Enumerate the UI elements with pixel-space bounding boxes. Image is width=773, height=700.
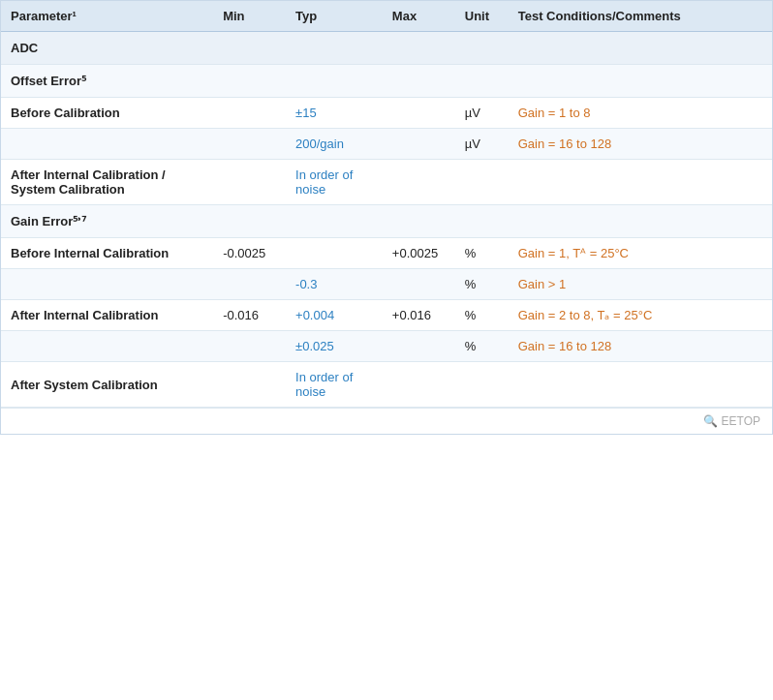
test-cell: Gain = 16 to 128 — [509, 331, 772, 362]
max-cell — [383, 269, 455, 300]
header-test: Test Conditions/Comments — [509, 1, 772, 32]
test-cell: Gain = 16 to 128 — [509, 129, 772, 160]
min-cell — [213, 98, 286, 129]
header-param: Parameter¹ — [1, 1, 213, 32]
header-max: Max — [383, 1, 455, 32]
max-cell — [383, 98, 455, 129]
spec-table-container: Parameter¹ Min Typ Max Unit Test Conditi… — [0, 0, 773, 435]
spec-table: Parameter¹ Min Typ Max Unit Test Conditi… — [1, 1, 772, 408]
max-cell: +0.0025 — [383, 238, 455, 269]
typ-cell: In order of noise — [286, 362, 383, 408]
unit-cell: % — [455, 269, 509, 300]
section-header-cell: Gain Error⁵˒⁷ — [1, 205, 772, 238]
table-row: ADC — [1, 32, 772, 65]
typ-cell: +0.004 — [286, 300, 383, 331]
param-cell: After Internal Calibration — [1, 300, 213, 331]
table-row: 200/gainµVGain = 16 to 128 — [1, 129, 772, 160]
table-row: Gain Error⁵˒⁷ — [1, 205, 772, 238]
min-cell — [213, 331, 286, 362]
test-cell: Gain = 1 to 8 — [509, 98, 772, 129]
table-row: Before Internal Calibration-0.0025+0.002… — [1, 238, 772, 269]
min-cell: -0.0025 — [213, 238, 286, 269]
typ-cell — [286, 238, 383, 269]
param-cell — [1, 331, 213, 362]
min-cell: -0.016 — [213, 300, 286, 331]
typ-cell: 200/gain — [286, 129, 383, 160]
min-cell — [213, 160, 286, 205]
header-min: Min — [213, 1, 286, 32]
max-cell — [383, 362, 455, 408]
min-cell — [213, 362, 286, 408]
param-cell: Before Internal Calibration — [1, 238, 213, 269]
test-cell: Gain = 1, Tᴬ = 25°C — [509, 238, 772, 269]
unit-cell: % — [455, 331, 509, 362]
min-cell — [213, 129, 286, 160]
max-cell: +0.016 — [383, 300, 455, 331]
max-cell — [383, 331, 455, 362]
table-header-row: Parameter¹ Min Typ Max Unit Test Conditi… — [1, 1, 772, 32]
max-cell — [383, 160, 455, 205]
table-row: ±0.025%Gain = 16 to 128 — [1, 331, 772, 362]
param-cell: After System Calibration — [1, 362, 213, 408]
table-row: After System CalibrationIn order of nois… — [1, 362, 772, 408]
unit-cell — [455, 362, 509, 408]
test-cell — [509, 362, 772, 408]
test-cell — [509, 160, 772, 205]
table-row: After Internal Calibration / System Cali… — [1, 160, 772, 205]
param-cell: After Internal Calibration / System Cali… — [1, 160, 213, 205]
header-unit: Unit — [455, 1, 509, 32]
test-cell: Gain > 1 — [509, 269, 772, 300]
unit-cell: µV — [455, 129, 509, 160]
max-cell — [383, 129, 455, 160]
unit-cell: % — [455, 238, 509, 269]
typ-cell: ±0.025 — [286, 331, 383, 362]
watermark: 🔍 EETOP — [1, 408, 772, 434]
section-header-cell: Offset Error⁵ — [1, 65, 772, 98]
table-row: After Internal Calibration-0.016+0.004+0… — [1, 300, 772, 331]
param-cell: Before Calibration — [1, 98, 213, 129]
min-cell — [213, 269, 286, 300]
typ-cell: -0.3 — [286, 269, 383, 300]
param-cell — [1, 129, 213, 160]
typ-cell: ±15 — [286, 98, 383, 129]
unit-cell — [455, 160, 509, 205]
unit-cell: µV — [455, 98, 509, 129]
table-row: Before Calibration±15µVGain = 1 to 8 — [1, 98, 772, 129]
typ-cell: In order of noise — [286, 160, 383, 205]
table-row: -0.3%Gain > 1 — [1, 269, 772, 300]
param-cell — [1, 269, 213, 300]
header-typ: Typ — [286, 1, 383, 32]
test-cell: Gain = 2 to 8, Tₐ = 25°C — [509, 300, 772, 331]
unit-cell: % — [455, 300, 509, 331]
table-row: Offset Error⁵ — [1, 65, 772, 98]
section-header-cell: ADC — [1, 32, 772, 65]
table-body: ADCOffset Error⁵Before Calibration±15µVG… — [1, 32, 772, 408]
